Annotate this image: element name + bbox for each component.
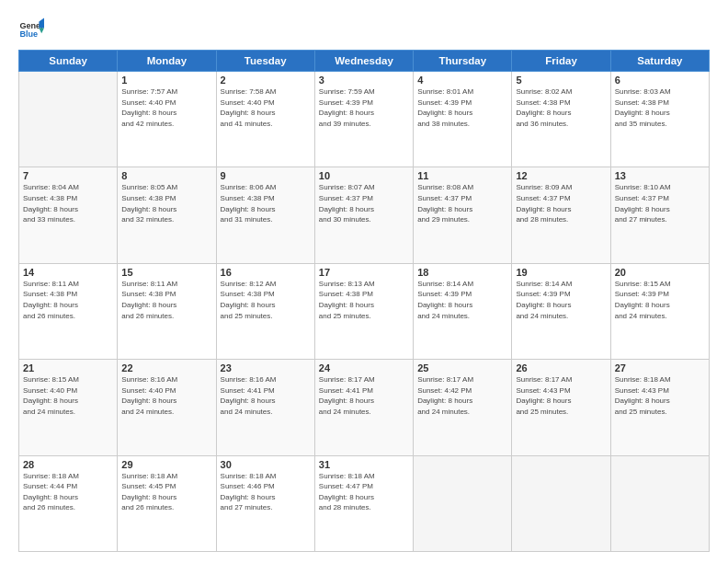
calendar-day-cell: 24Sunrise: 8:17 AMSunset: 4:41 PMDayligh… — [314, 360, 413, 455]
calendar-day-cell: 5Sunrise: 8:02 AMSunset: 4:38 PMDaylight… — [512, 72, 610, 167]
logo: General Blue — [18, 17, 46, 42]
calendar-day-cell — [610, 455, 709, 551]
calendar-day-cell: 16Sunrise: 8:12 AMSunset: 4:38 PMDayligh… — [216, 263, 314, 359]
calendar-header-tuesday: Tuesday — [216, 51, 314, 72]
day-info: Sunrise: 8:17 AMSunset: 4:43 PMDaylight:… — [516, 374, 606, 417]
calendar-day-cell: 27Sunrise: 8:18 AMSunset: 4:43 PMDayligh… — [610, 360, 709, 455]
day-number: 27 — [615, 362, 705, 373]
calendar-day-cell: 29Sunrise: 8:18 AMSunset: 4:45 PMDayligh… — [118, 455, 216, 551]
calendar-day-cell: 18Sunrise: 8:14 AMSunset: 4:39 PMDayligh… — [414, 263, 512, 359]
calendar-header-sunday: Sunday — [19, 51, 118, 72]
calendar-day-cell: 4Sunrise: 8:01 AMSunset: 4:39 PMDaylight… — [414, 72, 512, 167]
day-info: Sunrise: 8:04 AMSunset: 4:38 PMDaylight:… — [23, 182, 113, 224]
day-number: 30 — [221, 459, 311, 470]
day-info: Sunrise: 8:16 AMSunset: 4:40 PMDaylight:… — [121, 374, 211, 417]
day-info: Sunrise: 8:18 AMSunset: 4:46 PMDaylight:… — [221, 471, 311, 513]
day-number: 1 — [121, 75, 211, 86]
calendar-day-cell: 1Sunrise: 7:57 AMSunset: 4:40 PMDaylight… — [118, 72, 216, 167]
day-number: 29 — [121, 459, 211, 470]
day-number: 7 — [23, 170, 113, 181]
day-number: 3 — [319, 75, 409, 86]
svg-marker-2 — [39, 17, 44, 28]
day-info: Sunrise: 8:06 AMSunset: 4:38 PMDaylight:… — [221, 182, 311, 224]
day-number: 16 — [221, 267, 311, 278]
day-number: 12 — [516, 170, 606, 181]
calendar-header-row: SundayMondayTuesdayWednesdayThursdayFrid… — [19, 51, 710, 72]
day-number: 8 — [121, 170, 211, 181]
calendar-day-cell: 2Sunrise: 7:58 AMSunset: 4:40 PMDaylight… — [216, 72, 314, 167]
calendar-day-cell: 10Sunrise: 8:07 AMSunset: 4:37 PMDayligh… — [314, 167, 413, 263]
day-number: 11 — [417, 170, 507, 181]
calendar-day-cell: 19Sunrise: 8:14 AMSunset: 4:39 PMDayligh… — [512, 263, 610, 359]
calendar-day-cell: 6Sunrise: 8:03 AMSunset: 4:38 PMDaylight… — [610, 72, 709, 167]
calendar-day-cell: 8Sunrise: 8:05 AMSunset: 4:38 PMDaylight… — [118, 167, 216, 263]
calendar-day-cell: 11Sunrise: 8:08 AMSunset: 4:37 PMDayligh… — [414, 167, 512, 263]
calendar-day-cell: 14Sunrise: 8:11 AMSunset: 4:38 PMDayligh… — [19, 263, 118, 359]
day-info: Sunrise: 8:12 AMSunset: 4:38 PMDaylight:… — [221, 279, 311, 321]
calendar-day-cell — [512, 455, 610, 551]
calendar-day-cell: 21Sunrise: 8:15 AMSunset: 4:40 PMDayligh… — [19, 360, 118, 455]
calendar-day-cell: 7Sunrise: 8:04 AMSunset: 4:38 PMDaylight… — [19, 167, 118, 263]
day-number: 24 — [319, 362, 409, 373]
day-number: 9 — [221, 170, 311, 181]
day-info: Sunrise: 7:59 AMSunset: 4:39 PMDaylight:… — [319, 86, 409, 129]
day-info: Sunrise: 8:02 AMSunset: 4:38 PMDaylight:… — [516, 86, 606, 129]
calendar-day-cell — [19, 72, 118, 167]
day-info: Sunrise: 8:05 AMSunset: 4:38 PMDaylight:… — [121, 182, 211, 224]
calendar-header-wednesday: Wednesday — [314, 51, 413, 72]
day-number: 23 — [221, 362, 311, 373]
day-number: 19 — [516, 267, 606, 278]
day-info: Sunrise: 8:18 AMSunset: 4:43 PMDaylight:… — [615, 374, 705, 417]
calendar-header-monday: Monday — [118, 51, 216, 72]
day-number: 14 — [23, 267, 113, 278]
calendar-header-saturday: Saturday — [610, 51, 709, 72]
day-number: 5 — [516, 75, 606, 86]
calendar-day-cell: 28Sunrise: 8:18 AMSunset: 4:44 PMDayligh… — [19, 455, 118, 551]
day-info: Sunrise: 8:15 AMSunset: 4:40 PMDaylight:… — [23, 374, 113, 417]
day-number: 20 — [615, 267, 705, 278]
calendar-day-cell: 3Sunrise: 7:59 AMSunset: 4:39 PMDaylight… — [314, 72, 413, 167]
day-info: Sunrise: 8:11 AMSunset: 4:38 PMDaylight:… — [121, 279, 211, 321]
calendar-day-cell: 30Sunrise: 8:18 AMSunset: 4:46 PMDayligh… — [216, 455, 314, 551]
day-number: 21 — [23, 362, 113, 373]
day-number: 10 — [319, 170, 409, 181]
day-number: 6 — [615, 75, 705, 86]
day-number: 17 — [319, 267, 409, 278]
calendar-day-cell: 26Sunrise: 8:17 AMSunset: 4:43 PMDayligh… — [512, 360, 610, 455]
svg-text:Blue: Blue — [19, 29, 38, 39]
day-info: Sunrise: 8:07 AMSunset: 4:37 PMDaylight:… — [319, 182, 409, 224]
day-info: Sunrise: 8:18 AMSunset: 4:44 PMDaylight:… — [23, 471, 113, 513]
logo-icon: General Blue — [18, 17, 44, 42]
day-info: Sunrise: 8:18 AMSunset: 4:47 PMDaylight:… — [319, 471, 409, 513]
calendar-week-row: 1Sunrise: 7:57 AMSunset: 4:40 PMDaylight… — [19, 72, 710, 167]
day-number: 18 — [417, 267, 507, 278]
calendar-header-thursday: Thursday — [414, 51, 512, 72]
day-info: Sunrise: 8:03 AMSunset: 4:38 PMDaylight:… — [615, 86, 705, 129]
day-info: Sunrise: 8:11 AMSunset: 4:38 PMDaylight:… — [23, 279, 113, 321]
day-info: Sunrise: 8:18 AMSunset: 4:45 PMDaylight:… — [121, 471, 211, 513]
calendar-week-row: 28Sunrise: 8:18 AMSunset: 4:44 PMDayligh… — [19, 455, 710, 551]
calendar-day-cell: 22Sunrise: 8:16 AMSunset: 4:40 PMDayligh… — [118, 360, 216, 455]
day-number: 22 — [121, 362, 211, 373]
day-info: Sunrise: 8:17 AMSunset: 4:41 PMDaylight:… — [319, 374, 409, 417]
calendar-day-cell: 25Sunrise: 8:17 AMSunset: 4:42 PMDayligh… — [414, 360, 512, 455]
day-number: 13 — [615, 170, 705, 181]
day-info: Sunrise: 7:57 AMSunset: 4:40 PMDaylight:… — [121, 86, 211, 129]
day-number: 15 — [121, 267, 211, 278]
calendar-day-cell: 15Sunrise: 8:11 AMSunset: 4:38 PMDayligh… — [118, 263, 216, 359]
calendar-header-friday: Friday — [512, 51, 610, 72]
day-info: Sunrise: 7:58 AMSunset: 4:40 PMDaylight:… — [221, 86, 311, 129]
page: General Blue SundayMondayTuesdayWednesda… — [0, 0, 728, 563]
header: General Blue — [18, 17, 710, 42]
day-info: Sunrise: 8:17 AMSunset: 4:42 PMDaylight:… — [417, 374, 507, 417]
day-info: Sunrise: 8:10 AMSunset: 4:37 PMDaylight:… — [615, 182, 705, 224]
day-number: 31 — [319, 459, 409, 470]
day-info: Sunrise: 8:08 AMSunset: 4:37 PMDaylight:… — [417, 182, 507, 224]
calendar-day-cell: 13Sunrise: 8:10 AMSunset: 4:37 PMDayligh… — [610, 167, 709, 263]
calendar-day-cell: 23Sunrise: 8:16 AMSunset: 4:41 PMDayligh… — [216, 360, 314, 455]
calendar-day-cell: 31Sunrise: 8:18 AMSunset: 4:47 PMDayligh… — [314, 455, 413, 551]
calendar-day-cell: 20Sunrise: 8:15 AMSunset: 4:39 PMDayligh… — [610, 263, 709, 359]
day-info: Sunrise: 8:09 AMSunset: 4:37 PMDaylight:… — [516, 182, 606, 224]
day-info: Sunrise: 8:01 AMSunset: 4:39 PMDaylight:… — [417, 86, 507, 129]
calendar-day-cell: 9Sunrise: 8:06 AMSunset: 4:38 PMDaylight… — [216, 167, 314, 263]
